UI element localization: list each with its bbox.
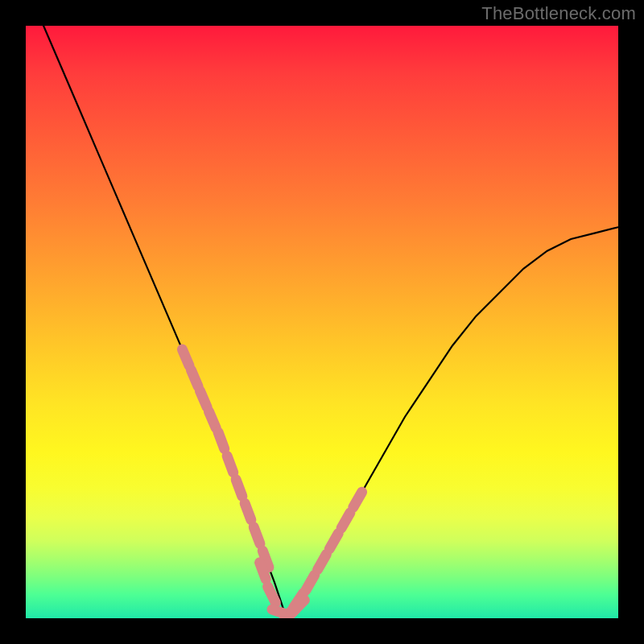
segment-highlight-left: [236, 480, 242, 497]
segment-highlight-left: [191, 370, 198, 386]
segment-highlight-right: [306, 575, 315, 590]
series-bottleneck-curve: [43, 26, 618, 618]
plot-area: [26, 26, 618, 618]
plot-svg: [26, 26, 618, 618]
segment-highlight-left: [227, 456, 233, 473]
segment-highlight-left: [182, 349, 189, 365]
segment-highlight-left: [254, 527, 260, 544]
segment-highlight-left: [245, 503, 251, 520]
segment-highlight-bottom: [260, 563, 266, 580]
segment-highlight-left: [200, 391, 207, 407]
segment-highlight-right: [353, 492, 362, 507]
segment-highlight-right: [329, 534, 338, 549]
segment-highlight-left: [209, 411, 217, 427]
segment-highlight-right: [318, 555, 327, 570]
segment-highlight-left: [218, 432, 225, 449]
watermark-text: TheBottleneck.com: [481, 3, 636, 24]
segment-highlight-bottom: [268, 587, 276, 603]
segment-highlight-right: [341, 513, 350, 528]
chart-stage: TheBottleneck.com: [0, 0, 644, 644]
